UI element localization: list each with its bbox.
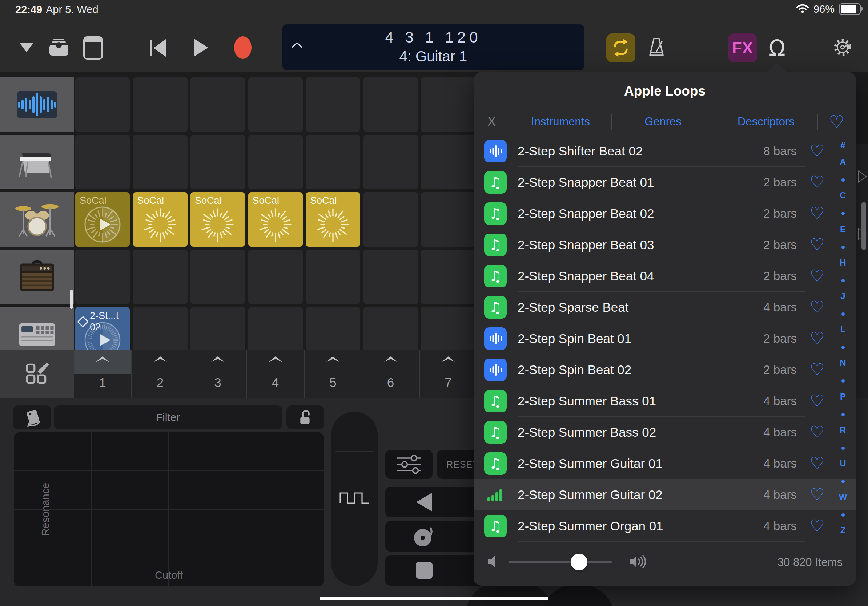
track-header-drums[interactable] [0, 192, 74, 247]
loop-list-item[interactable]: ♫ 2-Step Snapper Beat 02 2 bars ♡ [474, 198, 856, 229]
my-songs-button[interactable] [48, 38, 70, 57]
column-trigger-2[interactable]: 2 [133, 350, 188, 398]
grid-cell-empty[interactable] [191, 77, 245, 132]
loop-browser-button[interactable]: Ω [763, 33, 791, 62]
index-dot[interactable] [837, 475, 849, 485]
favorite-heart-icon[interactable]: ♡ [808, 266, 826, 286]
index-dot[interactable] [837, 241, 849, 251]
index-letter[interactable]: Z [837, 526, 849, 535]
grid-cell-empty[interactable] [306, 77, 360, 132]
play-button[interactable] [194, 39, 208, 57]
loop-list-item[interactable]: ♫ 2-Step Sparse Beat 4 bars ♡ [474, 292, 856, 323]
song-disclosure-button[interactable] [20, 43, 33, 52]
cycle-button[interactable] [606, 33, 636, 62]
fx-sliders-button[interactable] [385, 450, 432, 479]
grid-cell-empty[interactable] [133, 250, 188, 304]
grid-cell-empty[interactable] [75, 250, 130, 304]
loop-list-item[interactable]: ♫ 2-Step Summer Guitar 01 4 bars ♡ [474, 448, 856, 479]
volume-track[interactable] [509, 561, 612, 563]
index-letter[interactable]: U [837, 459, 849, 469]
loop-list-item[interactable]: 2-Step Shifter Beat 02 8 bars ♡ [474, 136, 856, 167]
index-dot[interactable] [837, 274, 849, 284]
grid-cell-socal[interactable]: SoCal [75, 192, 130, 247]
favorite-heart-icon[interactable]: ♡ [808, 141, 826, 161]
grid-cell-empty[interactable] [191, 250, 245, 304]
fx-filter-button[interactable]: Filter [54, 405, 282, 430]
favorite-heart-icon[interactable]: ♡ [808, 391, 826, 411]
column-trigger-1[interactable]: 1 [75, 350, 130, 398]
grid-cell-empty[interactable] [421, 77, 476, 132]
loop-list-item[interactable]: ♫ 2-Step Snapper Beat 03 2 bars ♡ [474, 229, 856, 260]
index-letter[interactable]: N [837, 358, 849, 368]
loop-list-item[interactable]: ♫ 2-Step Summer Bass 01 4 bars ♡ [474, 385, 856, 417]
loop-list-item[interactable]: 2-Step Spin Beat 02 2 bars ♡ [474, 354, 856, 385]
jog-wheel[interactable] [542, 584, 614, 606]
index-letter[interactable]: A [837, 157, 849, 167]
index-dot[interactable] [837, 341, 849, 351]
loop-list-item[interactable]: ♫ 2-Step Summer Bass 02 4 bars ♡ [474, 417, 856, 448]
favorite-heart-icon[interactable]: ♡ [808, 422, 826, 442]
fx-rotate-button[interactable] [13, 405, 51, 430]
track-view-button[interactable] [83, 36, 103, 60]
tab-instruments[interactable]: Instruments [510, 109, 611, 134]
tab-descriptors[interactable]: Descriptors [715, 109, 817, 134]
close-button[interactable]: X [474, 109, 510, 134]
index-letter[interactable]: J [837, 291, 849, 301]
waveshape-slider[interactable] [331, 412, 378, 586]
index-dot[interactable] [837, 308, 849, 318]
track-header-amp[interactable] [0, 250, 74, 304]
index-letter[interactable]: P [837, 392, 849, 402]
row-play-icon[interactable] [858, 170, 867, 183]
grid-cell-empty[interactable] [421, 192, 476, 247]
index-letter[interactable]: H [837, 258, 849, 268]
grid-edit-button[interactable] [0, 350, 74, 398]
lcd-display[interactable]: 4 3 1 120 4: Guitar 1 [282, 24, 584, 70]
fx-lock-button[interactable] [287, 405, 324, 430]
grid-cell-empty[interactable] [191, 135, 245, 189]
favorite-heart-icon[interactable]: ♡ [808, 485, 826, 504]
grid-cell-empty[interactable] [363, 135, 418, 189]
grid-cell-empty[interactable] [363, 77, 418, 132]
rewind-button[interactable] [150, 39, 166, 57]
volume-thumb[interactable] [571, 554, 587, 570]
track-scrollbar[interactable] [70, 290, 73, 309]
grid-cell-empty[interactable] [421, 250, 476, 304]
loop-list-item[interactable]: 2-Step Spin Beat 01 2 bars ♡ [474, 323, 856, 354]
grid-cell-empty[interactable] [75, 77, 130, 132]
grid-cell-empty[interactable] [248, 135, 303, 189]
grid-cell-empty[interactable] [306, 250, 360, 304]
column-trigger-4[interactable]: 4 [248, 350, 303, 398]
index-dot[interactable] [837, 174, 849, 184]
favorite-heart-icon[interactable]: ♡ [808, 297, 826, 317]
index-dot[interactable] [837, 442, 849, 452]
favorite-heart-icon[interactable]: ♡ [808, 204, 826, 223]
grid-cell-empty[interactable] [248, 250, 303, 304]
favorite-heart-icon[interactable]: ♡ [808, 328, 826, 348]
index-letter[interactable]: L [837, 325, 849, 335]
grid-cell-socal[interactable]: SoCal [306, 192, 360, 247]
index-dot[interactable] [837, 374, 849, 385]
tab-genres[interactable]: Genres [611, 109, 715, 134]
home-indicator[interactable] [319, 597, 549, 600]
remix-fx-button[interactable]: FX [728, 33, 757, 62]
index-dot[interactable] [837, 207, 849, 217]
index-letter[interactable]: R [837, 425, 849, 435]
column-trigger-6[interactable]: 6 [363, 350, 418, 398]
grid-cell-empty[interactable] [75, 135, 130, 189]
favorite-heart-icon[interactable]: ♡ [808, 172, 826, 192]
record-button[interactable] [234, 36, 251, 59]
grid-cell-empty[interactable] [133, 77, 188, 132]
column-trigger-5[interactable]: 5 [306, 350, 360, 398]
settings-button[interactable] [832, 37, 853, 57]
metronome-button[interactable] [647, 37, 666, 58]
index-letter[interactable]: W [837, 492, 849, 502]
favorite-heart-icon[interactable]: ♡ [808, 453, 826, 473]
loop-list-item[interactable]: 2-Step Summer Guitar 02 4 bars ♡ [474, 479, 856, 510]
favorite-heart-icon[interactable]: ♡ [808, 360, 826, 379]
column-trigger-7[interactable]: 7 [421, 350, 476, 398]
filter-xy-pad[interactable]: Resonance Cutoff [14, 432, 324, 586]
grid-cell-empty[interactable] [421, 135, 476, 189]
track-header-keyboard[interactable] [0, 135, 74, 189]
grid-scrollbar[interactable] [862, 202, 866, 250]
grid-cell-empty[interactable] [306, 135, 360, 189]
